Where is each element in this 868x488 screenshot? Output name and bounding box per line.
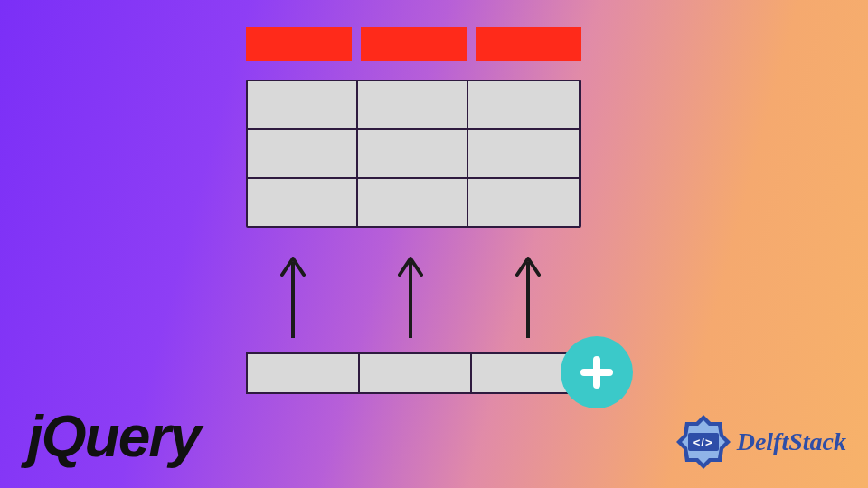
table-cell: [358, 130, 468, 177]
table-header-cell: [246, 27, 352, 61]
new-row-cell: [248, 354, 360, 392]
jquery-logo-text: jQuery: [27, 404, 200, 469]
arrows-group: [280, 253, 541, 340]
table-header-cell: [361, 27, 467, 61]
delftstack-code-glyph: </>: [688, 433, 719, 451]
table-cell: [248, 81, 358, 128]
delftstack-emblem-icon: </>: [675, 414, 731, 470]
arrow-up-icon: [515, 253, 541, 340]
table-cell: [468, 81, 579, 128]
delftstack-logo: </> DelftStack: [675, 414, 846, 470]
table-row: [248, 130, 580, 177]
delftstack-name: DelftStack: [737, 427, 846, 456]
arrow-up-icon: [280, 253, 306, 340]
new-row-cell: [360, 354, 472, 392]
jquery-logo: jQuery: [27, 403, 200, 470]
table-cell: [248, 179, 358, 226]
table-row: [248, 81, 580, 128]
table-header-row: [246, 27, 581, 61]
table-illustration: [246, 27, 581, 228]
new-row: [246, 352, 586, 394]
arrow-up-icon: [398, 253, 423, 340]
table-header-cell: [476, 27, 581, 61]
add-row-icon: [561, 336, 633, 408]
table-cell: [358, 179, 468, 226]
table-body: [246, 80, 581, 228]
table-cell: [358, 81, 468, 128]
table-cell: [468, 130, 579, 177]
table-row: [248, 179, 580, 226]
table-cell: [248, 130, 358, 177]
table-cell: [468, 179, 579, 226]
